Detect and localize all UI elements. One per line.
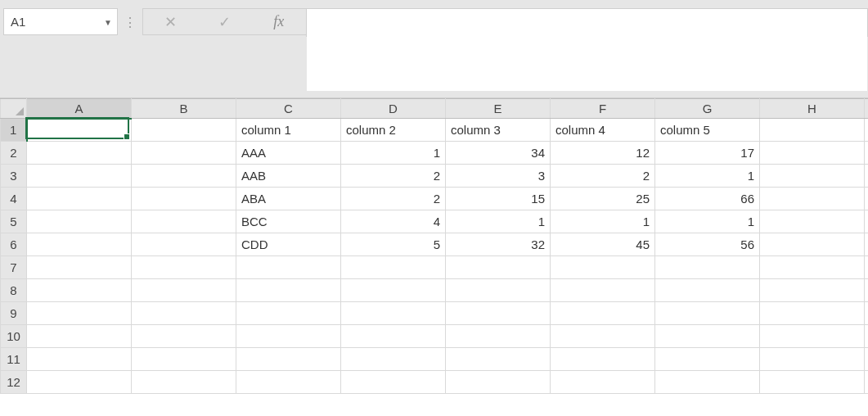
column-header-I[interactable]: I [865,99,869,119]
row-header-2[interactable]: 2 [1,142,27,165]
cell-E6[interactable]: 32 [446,233,551,256]
cell-G5[interactable]: 1 [655,210,760,233]
cell-B6[interactable] [132,233,236,256]
cell-D1[interactable]: column 2 [341,119,446,142]
cell-D6[interactable]: 5 [341,233,446,256]
cell-I1[interactable] [865,119,869,142]
row-header-8[interactable]: 8 [1,279,27,302]
cell-D3[interactable]: 2 [341,165,446,188]
cell-B1[interactable] [132,119,236,142]
cell-I3[interactable] [865,165,869,188]
column-header-F[interactable]: F [551,99,655,119]
cell-A2[interactable] [27,142,132,165]
cell-C10[interactable] [236,325,341,348]
cell-F3[interactable]: 2 [551,165,655,188]
row-header-5[interactable]: 5 [1,210,27,233]
cell-E7[interactable] [446,256,551,279]
cell-F12[interactable] [551,371,655,394]
formula-input[interactable] [306,8,868,37]
cell-G4[interactable]: 66 [655,188,760,210]
cell-H4[interactable] [760,188,865,210]
column-header-C[interactable]: C [236,99,341,119]
cell-G10[interactable] [655,325,760,348]
cell-F2[interactable]: 12 [551,142,655,165]
cell-H12[interactable] [760,371,865,394]
cell-C3[interactable]: AAB [236,165,341,188]
cell-C9[interactable] [236,302,341,325]
cell-H7[interactable] [760,256,865,279]
cell-I10[interactable] [865,325,869,348]
cell-C5[interactable]: BCC [236,210,341,233]
cell-C2[interactable]: AAA [236,142,341,165]
cell-D9[interactable] [341,302,446,325]
cell-E10[interactable] [446,325,551,348]
cell-E12[interactable] [446,371,551,394]
cell-D8[interactable] [341,279,446,302]
column-header-E[interactable]: E [446,99,551,119]
cell-B11[interactable] [132,348,236,371]
row-header-4[interactable]: 4 [1,188,27,210]
cell-A10[interactable] [27,325,132,348]
cell-H2[interactable] [760,142,865,165]
cell-I9[interactable] [865,302,869,325]
cell-E5[interactable]: 1 [446,210,551,233]
cell-A9[interactable] [27,302,132,325]
cell-A5[interactable] [27,210,132,233]
cell-D7[interactable] [341,256,446,279]
cell-I8[interactable] [865,279,869,302]
cell-C8[interactable] [236,279,341,302]
name-box[interactable]: A1 ▼ [3,8,118,35]
cell-A12[interactable] [27,371,132,394]
cell-I11[interactable] [865,348,869,371]
cell-H10[interactable] [760,325,865,348]
cell-G11[interactable] [655,348,760,371]
cell-A11[interactable] [27,348,132,371]
column-header-B[interactable]: B [132,99,236,119]
cell-E2[interactable]: 34 [446,142,551,165]
cell-F10[interactable] [551,325,655,348]
insert-function-button[interactable]: fx [263,9,295,34]
row-header-12[interactable]: 12 [1,371,27,394]
cell-H1[interactable] [760,119,865,142]
row-header-3[interactable]: 3 [1,165,27,188]
column-header-D[interactable]: D [341,99,446,119]
cell-I4[interactable] [865,188,869,210]
cell-E1[interactable]: column 3 [446,119,551,142]
enter-button[interactable]: ✓ [208,9,241,34]
cell-A3[interactable] [27,165,132,188]
cell-D10[interactable] [341,325,446,348]
cell-G2[interactable]: 17 [655,142,760,165]
cell-G9[interactable] [655,302,760,325]
cell-F1[interactable]: column 4 [551,119,655,142]
cell-G3[interactable]: 1 [655,165,760,188]
cell-E9[interactable] [446,302,551,325]
cell-H6[interactable] [760,233,865,256]
cell-H8[interactable] [760,279,865,302]
cell-F5[interactable]: 1 [551,210,655,233]
cell-F4[interactable]: 25 [551,188,655,210]
cell-E4[interactable]: 15 [446,188,551,210]
row-header-11[interactable]: 11 [1,348,27,371]
select-all-corner[interactable] [1,99,27,119]
cell-D11[interactable] [341,348,446,371]
cell-F7[interactable] [551,256,655,279]
cell-H9[interactable] [760,302,865,325]
cell-I12[interactable] [865,371,869,394]
cell-D2[interactable]: 1 [341,142,446,165]
cell-G1[interactable]: column 5 [655,119,760,142]
cell-C1[interactable]: column 1 [236,119,341,142]
cell-G8[interactable] [655,279,760,302]
cell-I7[interactable] [865,256,869,279]
cell-C11[interactable] [236,348,341,371]
cell-B9[interactable] [132,302,236,325]
cell-E11[interactable] [446,348,551,371]
cell-I2[interactable] [865,142,869,165]
column-header-G[interactable]: G [655,99,760,119]
cell-B8[interactable] [132,279,236,302]
cell-H11[interactable] [760,348,865,371]
cell-C6[interactable]: CDD [236,233,341,256]
cell-F9[interactable] [551,302,655,325]
cell-G6[interactable]: 56 [655,233,760,256]
row-header-7[interactable]: 7 [1,256,27,279]
cell-D5[interactable]: 4 [341,210,446,233]
